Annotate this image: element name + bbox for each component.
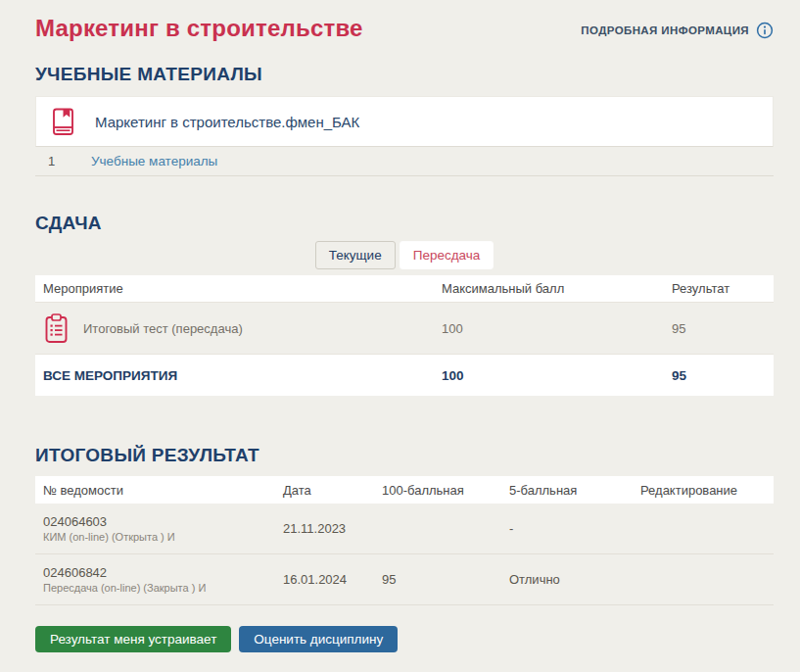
event-name[interactable]: Итоговый тест (пересдача) <box>83 321 243 336</box>
total-max-score: 100 <box>434 368 664 383</box>
statement-number: 024064603 <box>43 513 275 530</box>
rate-discipline-button[interactable]: Оценить дисциплину <box>239 626 398 652</box>
material-row-number: 1 <box>48 154 91 168</box>
course-material-title: Маркетинг в строительстве.фмен_БАК <box>95 114 359 130</box>
col-editing: Редактирование <box>633 483 774 498</box>
accept-result-button[interactable]: Результат меня устраивает <box>35 626 231 652</box>
final-table-header: № ведомости Дата 100-балльная 5-балльная… <box>35 476 774 504</box>
statement-score-5: - <box>501 521 633 536</box>
page-header: Маркетинг в строительстве ПОДРОБНАЯ ИНФО… <box>35 14 774 43</box>
material-row: 1 Учебные материалы <box>35 147 774 176</box>
tab-retake[interactable]: Пересдача <box>400 241 494 269</box>
final-result-heading: ИТОГОВЫЙ РЕЗУЛЬТАТ <box>35 445 774 466</box>
event-max-score: 100 <box>434 321 664 336</box>
submission-tabs: Текущие Пересдача <box>35 241 774 269</box>
submission-heading: СДАЧА <box>35 213 774 234</box>
statement-score-5: Отлично <box>501 572 633 587</box>
action-buttons: Результат меня устраивает Оценить дисцип… <box>35 626 774 652</box>
total-row: ВСЕ МЕРОПРИЯТИЯ 100 95 <box>35 354 774 396</box>
col-scale-100: 100-балльная <box>374 483 501 498</box>
col-date: Дата <box>275 483 374 498</box>
materials-heading: УЧЕБНЫЕ МАТЕРИАЛЫ <box>35 64 774 85</box>
submission-table-header: Мероприятие Максимальный балл Результат <box>35 275 774 303</box>
course-page: Маркетинг в строительстве ПОДРОБНАЯ ИНФО… <box>0 0 800 664</box>
statement-type: Пересдача (on-line) (Закрыта ) И <box>43 581 275 596</box>
col-scale-5: 5-балльная <box>501 483 633 498</box>
submission-table: Мероприятие Максимальный балл Результат … <box>35 275 774 396</box>
detailed-info-label: ПОДРОБНАЯ ИНФОРМАЦИЯ <box>581 24 749 36</box>
tab-current[interactable]: Текущие <box>315 241 396 269</box>
col-event: Мероприятие <box>35 281 434 296</box>
test-clipboard-icon <box>43 312 70 345</box>
total-label: ВСЕ МЕРОПРИЯТИЯ <box>35 368 434 383</box>
statement-score-100: 95 <box>374 572 501 587</box>
course-material-card[interactable]: Маркетинг в строительстве.фмен_БАК <box>35 96 774 147</box>
book-icon <box>49 107 77 137</box>
detailed-info-link[interactable]: ПОДРОБНАЯ ИНФОРМАЦИЯ <box>581 22 774 39</box>
table-row: 024606842 Пересдача (on-line) (Закрыта )… <box>35 554 774 605</box>
statement-date: 21.11.2023 <box>275 521 374 536</box>
statement-type: КИМ (on-line) (Открыта ) И <box>43 530 275 545</box>
event-result: 95 <box>664 321 774 336</box>
material-row-link[interactable]: Учебные материалы <box>91 154 217 168</box>
info-icon[interactable] <box>756 22 774 39</box>
col-statement-number: № ведомости <box>35 483 275 498</box>
statement-number: 024606842 <box>43 564 275 581</box>
page-title: Маркетинг в строительстве <box>35 14 363 43</box>
col-max-score: Максимальный балл <box>434 281 664 296</box>
table-row: Итоговый тест (пересдача) 100 95 <box>35 303 774 354</box>
final-result-table: № ведомости Дата 100-балльная 5-балльная… <box>35 476 774 605</box>
total-result: 95 <box>664 368 774 383</box>
table-row: 024064603 КИМ (on-line) (Открыта ) И 21.… <box>35 504 774 554</box>
statement-date: 16.01.2024 <box>275 572 374 587</box>
col-result: Результат <box>664 281 774 296</box>
